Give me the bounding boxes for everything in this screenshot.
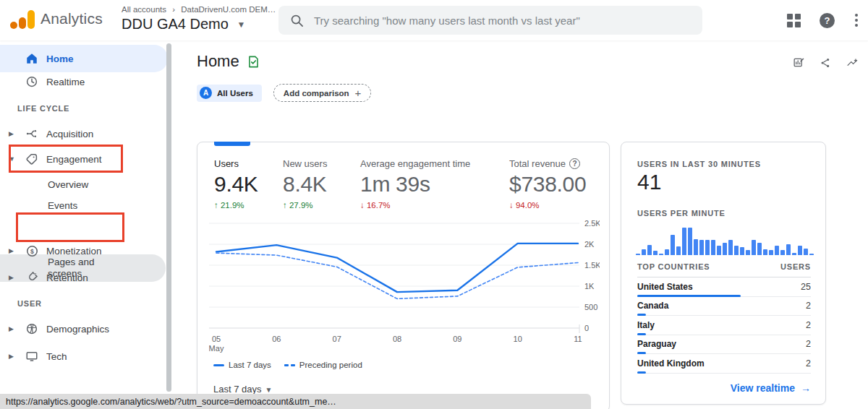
sidebar-item-acquisition[interactable]: ▶ Acquisition	[0, 120, 168, 147]
add-comparison-chip[interactable]: Add comparison +	[273, 84, 372, 102]
realtime-card: USERS IN LAST 30 MINUTES 41 USERS PER MI…	[621, 142, 826, 405]
data-quality-check-icon[interactable]	[247, 55, 260, 69]
plus-icon: +	[355, 87, 362, 99]
view-realtime-link[interactable]: View realtime →	[731, 382, 811, 394]
sidebar-item-engagement[interactable]: ▼ Engagement	[0, 145, 168, 173]
arrow-up-icon: ↑	[283, 201, 287, 210]
chevron-right-icon: ▶	[9, 130, 16, 137]
sidebar-scrollbar[interactable]	[166, 43, 171, 392]
svg-text:08: 08	[393, 335, 401, 343]
search-icon	[290, 14, 304, 27]
minute-bar	[699, 240, 704, 255]
home-icon	[25, 51, 39, 66]
all-users-chip[interactable]: A All Users	[197, 85, 262, 102]
overview-metrics-card: Users 9.4K ↑ 21.9% New users 8.4K ↑ 27.9…	[197, 142, 610, 409]
date-range-selector[interactable]: Last 7 days▼	[213, 384, 272, 395]
sidebar-item-tech[interactable]: ▶ Tech	[0, 343, 168, 370]
table-row[interactable]: United Kingdom 2	[637, 354, 811, 374]
more-options-icon[interactable]	[854, 12, 859, 28]
svg-text:0: 0	[584, 324, 589, 332]
breadcrumb-separator-icon: ›	[172, 5, 175, 14]
minute-bar	[705, 240, 710, 255]
minute-bar	[775, 246, 779, 255]
users-30min-value: 41	[637, 170, 661, 194]
sidebar-item-demographics[interactable]: ▶ Demographics	[0, 315, 168, 343]
sidebar-item-monetization[interactable]: ▶ $ Monetization	[0, 237, 168, 264]
users-per-minute-bar-chart[interactable]	[636, 223, 817, 255]
breadcrumb-property[interactable]: DataDrivenU.com DEM…	[181, 5, 276, 14]
chart-legend: Last 7 days Preceding period	[213, 361, 362, 369]
sidebar-item-overview[interactable]: Overview	[0, 175, 168, 194]
svg-text:10: 10	[514, 335, 522, 343]
chevron-right-icon: ▶	[9, 247, 16, 254]
chevron-right-icon: ▶	[9, 274, 16, 281]
solid-line-swatch	[213, 364, 224, 366]
report-header: Home	[197, 52, 260, 71]
metric-avg-engagement-time[interactable]: Average engagement time 1m 39s ↓ 16.7%	[360, 158, 470, 210]
table-row[interactable]: Canada 2	[637, 297, 811, 317]
users-30min-label: USERS IN LAST 30 MINUTES	[637, 160, 761, 168]
svg-text:09: 09	[453, 335, 461, 343]
help-tooltip-icon[interactable]: ?	[569, 158, 580, 169]
sidebar-item-events[interactable]: Events	[0, 196, 168, 215]
insights-icon[interactable]	[846, 56, 858, 70]
users-per-minute-label: USERS PER MINUTE	[637, 209, 726, 218]
search-bar[interactable]	[278, 6, 702, 35]
users-trend-line-chart[interactable]: 05001K1.5K2K2.5K05060708091011May	[209, 218, 600, 353]
minute-bar	[682, 228, 686, 255]
minute-bar	[688, 228, 692, 255]
sidebar-item-realtime[interactable]: Realtime	[0, 68, 168, 95]
minute-bar	[676, 246, 681, 255]
chevron-right-icon: ▶	[9, 353, 16, 360]
table-row[interactable]: United States 25	[637, 277, 811, 297]
svg-text:2K: 2K	[584, 240, 595, 249]
minute-bar	[723, 243, 727, 255]
customize-report-icon[interactable]	[793, 55, 805, 70]
help-icon[interactable]: ?	[820, 13, 835, 28]
users-column-header: USERS	[780, 262, 811, 271]
retention-magnet-icon	[25, 270, 39, 285]
minute-bar	[792, 253, 796, 255]
breadcrumb[interactable]: All accounts › DataDrivenU.com DEM…	[122, 5, 276, 14]
analytics-logo-icon[interactable]	[10, 10, 35, 30]
svg-text:05: 05	[212, 335, 221, 343]
page-title: Home	[197, 52, 239, 71]
legend-preceding-period: Preceding period	[284, 361, 362, 369]
minute-bar	[752, 240, 756, 255]
apps-grid-icon[interactable]	[787, 14, 801, 27]
metric-users[interactable]: Users 9.4K ↑ 21.9%	[214, 158, 258, 210]
ga4-home-page: Analytics All accounts › DataDrivenU.com…	[0, 0, 868, 409]
share-icon[interactable]	[820, 56, 831, 70]
segment-avatar: A	[200, 87, 212, 99]
demographics-globe-icon	[25, 322, 39, 336]
chevron-down-icon: ▼	[237, 20, 245, 30]
sidebar-item-retention[interactable]: ▶ Retention	[0, 264, 168, 291]
minute-bar	[642, 249, 646, 255]
minute-bar	[780, 250, 785, 255]
table-row[interactable]: Paraguay 2	[637, 335, 811, 355]
minute-bar	[647, 245, 652, 255]
minute-bar	[711, 240, 715, 255]
acquisition-icon	[25, 126, 39, 141]
metric-total-revenue[interactable]: Total revenue ? $738.00 ↓ 94.0%	[509, 158, 586, 210]
minute-bar	[653, 251, 658, 255]
dashed-line-swatch	[284, 364, 295, 366]
country-bar	[637, 371, 646, 374]
svg-text:2.5K: 2.5K	[584, 219, 600, 228]
breadcrumb-account[interactable]: All accounts	[122, 5, 166, 14]
minute-bar	[786, 244, 791, 255]
browser-status-bar: https://analytics.google.com/analytics/w…	[0, 394, 591, 409]
svg-text:1.5K: 1.5K	[584, 261, 600, 270]
engagement-tag-icon	[25, 152, 39, 166]
tech-monitor-icon	[25, 349, 39, 363]
clock-icon	[25, 74, 39, 89]
table-row[interactable]: Italy 2	[637, 316, 811, 335]
svg-text:06: 06	[272, 335, 281, 343]
search-input[interactable]	[314, 14, 690, 27]
minute-bar	[804, 249, 808, 255]
minute-bar	[769, 250, 773, 255]
metric-new-users[interactable]: New users 8.4K ↑ 27.9%	[283, 158, 327, 210]
property-selector[interactable]: DDU GA4 Demo ▼	[122, 16, 245, 33]
minute-bar	[717, 246, 721, 255]
comparison-chips: A All Users Add comparison +	[197, 84, 371, 102]
